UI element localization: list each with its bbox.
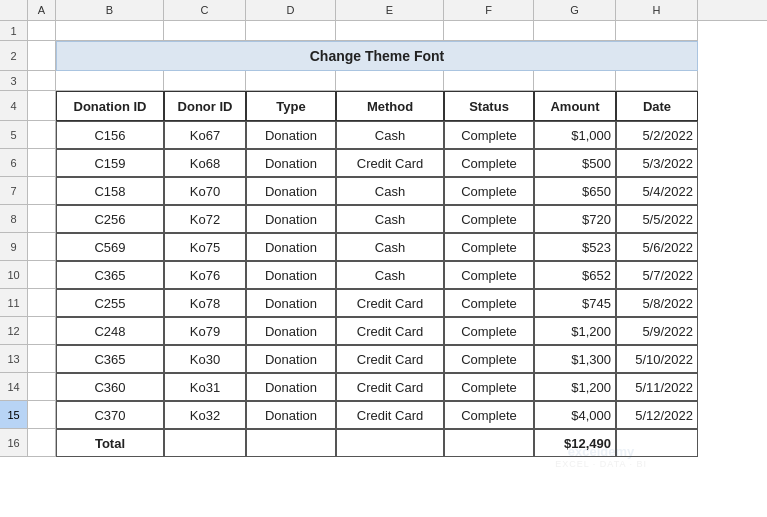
cell-3e[interactable] xyxy=(336,71,444,91)
table-row: 15 C370 Ko32 Donation Credit Card Comple… xyxy=(0,401,767,429)
cell-donation-id: C256 xyxy=(56,205,164,233)
cell-date: 5/5/2022 xyxy=(616,205,698,233)
table-row: 12 C248 Ko79 Donation Credit Card Comple… xyxy=(0,317,767,345)
cell-6a[interactable] xyxy=(28,149,56,177)
cell-donor-id: Ko67 xyxy=(164,121,246,149)
cell-16h[interactable] xyxy=(616,429,698,457)
cell-donation-id: C365 xyxy=(56,261,164,289)
cell-method: Credit Card xyxy=(336,345,444,373)
cell-1c[interactable] xyxy=(164,21,246,41)
cell-method: Cash xyxy=(336,205,444,233)
cell-donation-id: C370 xyxy=(56,401,164,429)
row-3: 3 xyxy=(0,71,767,91)
header-status: Status xyxy=(444,91,534,121)
cell-4a[interactable] xyxy=(28,91,56,121)
table-row: 14 C360 Ko31 Donation Credit Card Comple… xyxy=(0,373,767,401)
cell-1g[interactable] xyxy=(534,21,616,41)
cell-type: Donation xyxy=(246,261,336,289)
table-row: 9 C569 Ko75 Donation Cash Complete $523 … xyxy=(0,233,767,261)
cell-type: Donation xyxy=(246,177,336,205)
cell-3g[interactable] xyxy=(534,71,616,91)
cell-3h[interactable] xyxy=(616,71,698,91)
cell-7a[interactable] xyxy=(28,177,56,205)
col-header-h: H xyxy=(616,0,698,20)
cell-12a[interactable] xyxy=(28,317,56,345)
cell-donor-id: Ko79 xyxy=(164,317,246,345)
cell-1a[interactable] xyxy=(28,21,56,41)
cell-donation-id: C156 xyxy=(56,121,164,149)
cell-donation-id: C158 xyxy=(56,177,164,205)
cell-3a[interactable] xyxy=(28,71,56,91)
cell-16a[interactable] xyxy=(28,429,56,457)
cell-3d[interactable] xyxy=(246,71,336,91)
cell-16f[interactable] xyxy=(444,429,534,457)
cell-amount: $1,000 xyxy=(534,121,616,149)
cell-date: 5/11/2022 xyxy=(616,373,698,401)
cell-amount: $4,000 xyxy=(534,401,616,429)
cell-method: Cash xyxy=(336,177,444,205)
cell-donor-id: Ko32 xyxy=(164,401,246,429)
col-header-e: E xyxy=(336,0,444,20)
table-row: 6 C159 Ko68 Donation Credit Card Complet… xyxy=(0,149,767,177)
cell-15a[interactable] xyxy=(28,401,56,429)
cell-status: Complete xyxy=(444,177,534,205)
cell-amount: $650 xyxy=(534,177,616,205)
cell-1f[interactable] xyxy=(444,21,534,41)
cell-date: 5/3/2022 xyxy=(616,149,698,177)
cell-type: Donation xyxy=(246,373,336,401)
cell-method: Cash xyxy=(336,261,444,289)
cell-amount: $1,300 xyxy=(534,345,616,373)
cell-donor-id: Ko75 xyxy=(164,233,246,261)
cell-16e[interactable] xyxy=(336,429,444,457)
table-row: 7 C158 Ko70 Donation Cash Complete $650 … xyxy=(0,177,767,205)
cell-8a[interactable] xyxy=(28,205,56,233)
cell-donor-id: Ko30 xyxy=(164,345,246,373)
cell-16d[interactable] xyxy=(246,429,336,457)
title-cell[interactable]: Change Theme Font xyxy=(56,41,698,71)
cell-date: 5/7/2022 xyxy=(616,261,698,289)
row-num-2: 2 xyxy=(0,41,28,71)
cell-amount: $652 xyxy=(534,261,616,289)
cell-amount: $720 xyxy=(534,205,616,233)
cell-3c[interactable] xyxy=(164,71,246,91)
cell-type: Donation xyxy=(246,345,336,373)
cell-type: Donation xyxy=(246,317,336,345)
row-num-13: 13 xyxy=(0,345,28,373)
cell-donor-id: Ko31 xyxy=(164,373,246,401)
cell-1b[interactable] xyxy=(56,21,164,41)
row-2: 2 Change Theme Font xyxy=(0,41,767,71)
cell-donation-id: C255 xyxy=(56,289,164,317)
header-amount: Amount xyxy=(534,91,616,121)
cell-11a[interactable] xyxy=(28,289,56,317)
cell-14a[interactable] xyxy=(28,373,56,401)
cell-method: Credit Card xyxy=(336,289,444,317)
cell-status: Complete xyxy=(444,233,534,261)
cell-donor-id: Ko76 xyxy=(164,261,246,289)
cell-type: Donation xyxy=(246,401,336,429)
cell-5a[interactable] xyxy=(28,121,56,149)
cell-10a[interactable] xyxy=(28,261,56,289)
cell-donation-id: C569 xyxy=(56,233,164,261)
col-header-c: C xyxy=(164,0,246,20)
cell-date: 5/4/2022 xyxy=(616,177,698,205)
cell-donation-id: C360 xyxy=(56,373,164,401)
cell-status: Complete xyxy=(444,149,534,177)
cell-1d[interactable] xyxy=(246,21,336,41)
cell-13a[interactable] xyxy=(28,345,56,373)
cell-3f[interactable] xyxy=(444,71,534,91)
cell-1e[interactable] xyxy=(336,21,444,41)
cell-status: Complete xyxy=(444,373,534,401)
cell-2a[interactable] xyxy=(28,41,56,71)
cell-16c[interactable] xyxy=(164,429,246,457)
cell-1h[interactable] xyxy=(616,21,698,41)
cell-9a[interactable] xyxy=(28,233,56,261)
cell-amount: $1,200 xyxy=(534,317,616,345)
cell-amount: $1,200 xyxy=(534,373,616,401)
row-num-4: 4 xyxy=(0,91,28,121)
row-num-6: 6 xyxy=(0,149,28,177)
col-header-d: D xyxy=(246,0,336,20)
cell-3b[interactable] xyxy=(56,71,164,91)
corner-header xyxy=(0,0,28,20)
row-4-headers: 4 Donation ID Donor ID Type Method Statu… xyxy=(0,91,767,121)
row-num-3: 3 xyxy=(0,71,28,91)
